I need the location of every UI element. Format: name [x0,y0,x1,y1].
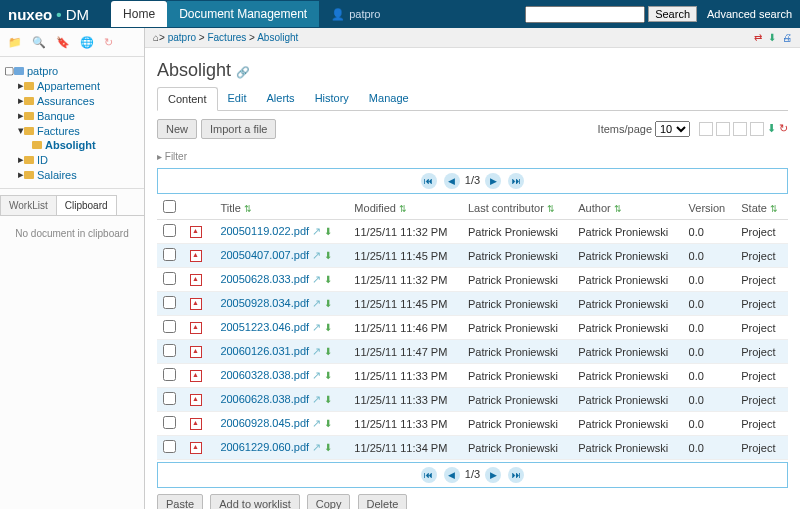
row-checkbox[interactable] [163,272,176,285]
search-input[interactable] [525,6,645,23]
open-icon[interactable]: ↗ [312,249,321,261]
download-icon[interactable]: ⬇ [324,394,332,405]
new-button[interactable]: New [157,119,197,139]
copy-button[interactable]: Copy [307,494,351,509]
download-icon[interactable]: ⬇ [324,298,332,309]
view-compact-icon[interactable] [750,122,764,136]
file-link[interactable]: 20060328.038.pdf [220,369,309,381]
file-link[interactable]: 20051223.046.pdf [220,321,309,333]
side-tab-clipboard[interactable]: Clipboard [56,195,117,215]
tree-node-assurances[interactable]: ▸ Assurances [4,93,140,108]
pager-next[interactable]: ▶ [485,173,501,189]
file-link[interactable]: 20050628.033.pdf [220,273,309,285]
tab-manage[interactable]: Manage [359,87,419,110]
open-icon[interactable]: ↗ [312,393,321,405]
items-page-select[interactable]: 10 [655,121,690,137]
refresh-list-icon[interactable]: ↻ [779,122,788,136]
open-icon[interactable]: ↗ [312,417,321,429]
tree-node-factures[interactable]: ▾ Factures [4,123,140,138]
select-all-checkbox[interactable] [163,200,176,213]
file-link[interactable]: 20050928.034.pdf [220,297,309,309]
globe-icon[interactable]: 🌐 [80,36,96,52]
user-menu[interactable]: 👤 patpro [331,8,380,21]
tab-history[interactable]: History [305,87,359,110]
filter-toggle[interactable]: ▸ Filter [157,151,187,162]
link-icon[interactable]: 🔗 [236,66,250,78]
download-icon[interactable]: ⬇ [324,418,332,429]
pager-first[interactable]: ⏮ [421,173,437,189]
tree-node-id[interactable]: ▸ ID [4,152,140,167]
row-checkbox[interactable] [163,368,176,381]
breadcrumb-item[interactable]: patpro [168,32,196,43]
file-link[interactable]: 20060628.038.pdf [220,393,309,405]
breadcrumb-item[interactable]: Absolight [257,32,298,43]
row-checkbox[interactable] [163,320,176,333]
print-icon[interactable]: 🖨 [782,32,792,43]
file-link[interactable]: 20061229.060.pdf [220,441,309,453]
col-title[interactable]: Title [220,202,240,214]
view-thumb-icon[interactable] [733,122,747,136]
row-checkbox[interactable] [163,248,176,261]
pager-next-b[interactable]: ▶ [485,467,501,483]
advanced-search-link[interactable]: Advanced search [707,8,792,20]
open-icon[interactable]: ↗ [312,369,321,381]
tab-document-management[interactable]: Document Management [167,1,319,27]
export-xls-icon[interactable]: ⬇ [767,122,776,136]
view-grid-icon[interactable] [716,122,730,136]
row-checkbox[interactable] [163,296,176,309]
search-icon[interactable]: 🔍 [32,36,48,52]
tree-root[interactable]: ▢patpro [4,63,140,78]
download-icon[interactable]: ⬇ [324,442,332,453]
pager-first-b[interactable]: ⏮ [421,467,437,483]
tab-alerts[interactable]: Alerts [257,87,305,110]
tag-icon[interactable]: 🔖 [56,36,72,52]
col-modified[interactable]: Modified [354,202,396,214]
open-icon[interactable]: ↗ [312,321,321,333]
download-icon[interactable]: ⬇ [324,274,332,285]
add-worklist-button[interactable]: Add to worklist [210,494,300,509]
pager-last-b[interactable]: ⏭ [508,467,524,483]
col-state[interactable]: State [741,202,767,214]
pager-last[interactable]: ⏭ [508,173,524,189]
col-contributor[interactable]: Last contributor [468,202,544,214]
side-tab-worklist[interactable]: WorkList [0,195,57,215]
row-checkbox[interactable] [163,416,176,429]
download-icon[interactable]: ⬇ [324,322,332,333]
view-list-icon[interactable] [699,122,713,136]
delete-button[interactable]: Delete [358,494,408,509]
download-icon[interactable]: ⬇ [324,370,332,381]
download-icon[interactable]: ⬇ [324,250,332,261]
refresh-icon[interactable]: ↻ [104,36,120,52]
export-icon[interactable]: ⬇ [768,32,776,43]
import-button[interactable]: Import a file [201,119,276,139]
row-checkbox[interactable] [163,224,176,237]
tree-node-salaires[interactable]: ▸ Salaires [4,167,140,182]
download-icon[interactable]: ⬇ [324,226,332,237]
row-checkbox[interactable] [163,440,176,453]
open-icon[interactable]: ↗ [312,297,321,309]
tab-content[interactable]: Content [157,87,218,111]
tree-node-appartement[interactable]: ▸ Appartement [4,78,140,93]
file-link[interactable]: 20060928.045.pdf [220,417,309,429]
row-checkbox[interactable] [163,392,176,405]
breadcrumb-item[interactable]: Factures [207,32,246,43]
paste-button[interactable]: Paste [157,494,203,509]
col-author[interactable]: Author [578,202,610,214]
open-icon[interactable]: ↗ [312,225,321,237]
download-icon[interactable]: ⬇ [324,346,332,357]
search-button[interactable]: Search [648,6,697,22]
nav-tree-icon[interactable]: 📁 [8,36,24,52]
tab-edit[interactable]: Edit [218,87,257,110]
tree-node-banque[interactable]: ▸ Banque [4,108,140,123]
share-icon[interactable]: ⇄ [754,32,762,43]
file-link[interactable]: 20050119.022.pdf [220,225,309,237]
file-link[interactable]: 20050407.007.pdf [220,249,309,261]
pager-prev-b[interactable]: ◀ [444,467,460,483]
pager-prev[interactable]: ◀ [444,173,460,189]
open-icon[interactable]: ↗ [312,345,321,357]
open-icon[interactable]: ↗ [312,441,321,453]
tree-node-absolight[interactable]: Absolight [4,138,140,152]
tab-home[interactable]: Home [111,1,167,27]
row-checkbox[interactable] [163,344,176,357]
file-link[interactable]: 20060126.031.pdf [220,345,309,357]
